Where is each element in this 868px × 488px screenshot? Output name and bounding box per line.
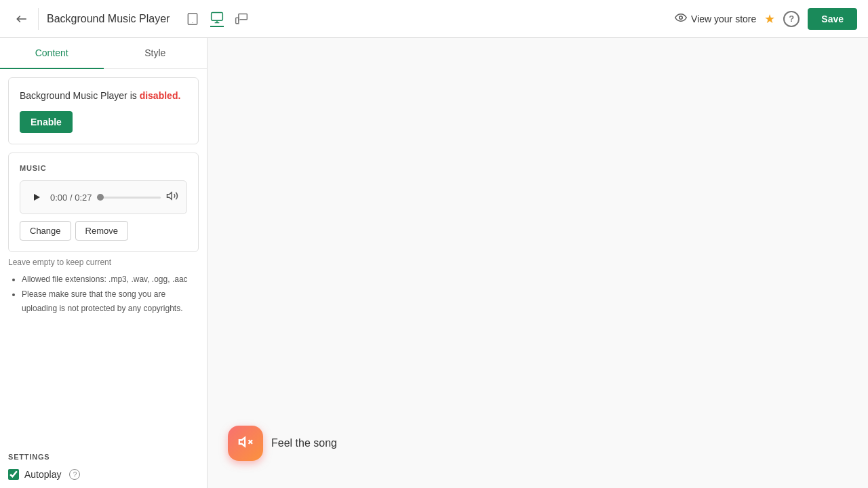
volume-icon[interactable]: [166, 190, 178, 205]
file-actions: Change Remove: [20, 221, 187, 241]
star-icon[interactable]: ★: [764, 12, 775, 26]
settings-label: SETTINGS: [8, 453, 199, 461]
app-title: Background Music Player: [47, 13, 170, 25]
header-actions: View your store ★ ? Save: [675, 8, 857, 30]
app-header: Background Music Player: [0, 0, 868, 38]
progress-thumb: [97, 194, 104, 201]
play-button[interactable]: [28, 189, 45, 205]
file-info-list: Allowed file extensions: .mp3, .wav, .og…: [8, 272, 199, 317]
change-button[interactable]: Change: [20, 221, 71, 241]
music-widget-button[interactable]: [228, 426, 263, 461]
main-layout: Content Style Background Music Player is…: [0, 38, 868, 488]
autoplay-checkbox[interactable]: [8, 469, 19, 480]
remove-button[interactable]: Remove: [75, 221, 128, 241]
back-button[interactable]: [11, 8, 33, 30]
tab-content[interactable]: Content: [0, 38, 104, 69]
mute-icon: [238, 434, 253, 453]
autoplay-label: Autoplay: [24, 469, 61, 480]
music-widget: Feel the song: [228, 426, 337, 461]
music-widget-label: Feel the song: [271, 437, 337, 449]
sidebar-tabs: Content Style: [0, 38, 207, 69]
view-store-link[interactable]: View your store: [675, 12, 756, 26]
sidebar: Content Style Background Music Player is…: [0, 38, 208, 488]
disabled-text: disabled.: [140, 90, 181, 101]
autoplay-row: Autoplay ?: [8, 469, 199, 480]
audio-player: 0:00 / 0:27: [20, 180, 187, 214]
settings-section: SETTINGS Autoplay ?: [0, 445, 207, 488]
sidebar-content: Background Music Player is disabled. Ena…: [0, 69, 207, 445]
device-switcher: [186, 11, 248, 27]
save-button[interactable]: Save: [808, 8, 857, 30]
svg-marker-8: [239, 437, 245, 446]
eye-icon: [675, 12, 687, 26]
svg-point-5: [679, 16, 683, 19]
tab-style[interactable]: Style: [104, 38, 208, 69]
preview-area: Feel the song: [208, 38, 868, 488]
tablet-icon[interactable]: [186, 12, 199, 26]
music-card: MUSIC 0:00 / 0:27: [8, 152, 199, 252]
autoplay-help-icon[interactable]: ?: [69, 469, 80, 480]
audio-controls: 0:00 / 0:27: [28, 189, 178, 205]
view-store-label: View your store: [691, 14, 756, 24]
svg-rect-0: [189, 13, 197, 24]
svg-rect-2: [212, 12, 223, 20]
responsive-icon[interactable]: [235, 12, 248, 26]
svg-marker-6: [34, 194, 40, 201]
time-display: 0:00 / 0:27: [50, 192, 92, 203]
list-item: Please make sure that the song you are u…: [22, 287, 199, 317]
svg-marker-7: [167, 192, 172, 200]
info-card: Background Music Player is disabled. Ena…: [8, 77, 199, 144]
help-icon[interactable]: ?: [783, 11, 800, 27]
enable-button[interactable]: Enable: [20, 111, 73, 133]
info-text: Background Music Player is disabled.: [20, 89, 187, 103]
desktop-icon[interactable]: [210, 11, 224, 27]
list-item: Allowed file extensions: .mp3, .wav, .og…: [22, 272, 199, 287]
progress-bar[interactable]: [97, 197, 161, 199]
helper-text: Leave empty to keep current: [8, 258, 199, 267]
header-divider: [38, 8, 39, 30]
music-section-label: MUSIC: [20, 164, 187, 172]
